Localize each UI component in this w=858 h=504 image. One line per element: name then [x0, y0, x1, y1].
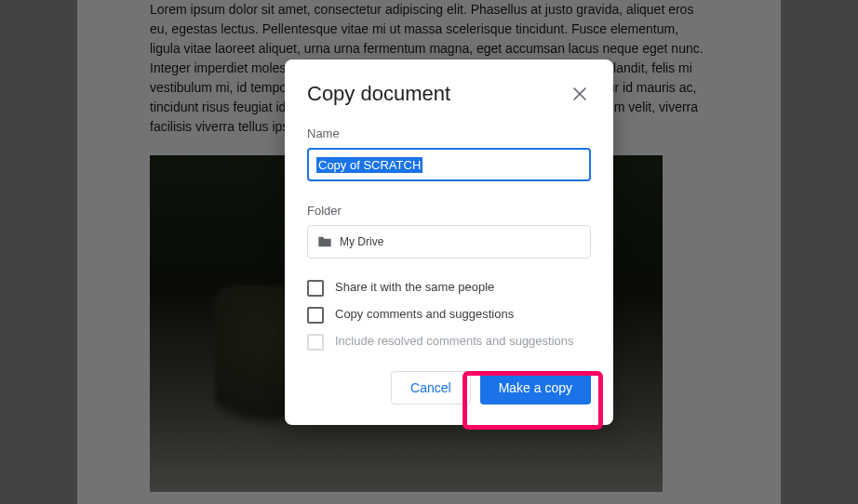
dialog-header: Copy document	[307, 82, 591, 106]
make-a-copy-button[interactable]: Make a copy	[480, 371, 591, 405]
checkbox-icon	[307, 280, 324, 297]
checkbox-group: Share it with the same people Copy comme…	[307, 279, 591, 351]
close-icon	[573, 87, 586, 100]
checkbox-label: Share it with the same people	[335, 279, 494, 296]
copy-document-dialog: Copy document Name Copy of SCRATCH Folde…	[285, 60, 613, 425]
close-button[interactable]	[569, 83, 591, 105]
checkbox-icon	[307, 334, 324, 351]
checkbox-icon	[307, 307, 324, 324]
name-input-value: Copy of SCRATCH	[316, 157, 422, 173]
name-label: Name	[307, 126, 591, 140]
checkbox-label: Include resolved comments and suggestion…	[335, 333, 574, 350]
folder-picker[interactable]: My Drive	[307, 225, 591, 259]
dialog-title: Copy document	[307, 82, 450, 106]
cancel-button[interactable]: Cancel	[391, 371, 471, 405]
folder-label: Folder	[307, 204, 591, 218]
checkbox-label: Copy comments and suggestions	[335, 306, 514, 323]
share-same-people-checkbox[interactable]: Share it with the same people	[307, 279, 591, 297]
name-input[interactable]: Copy of SCRATCH	[307, 148, 591, 181]
copy-comments-checkbox[interactable]: Copy comments and suggestions	[307, 306, 591, 324]
folder-value: My Drive	[340, 235, 383, 248]
dialog-button-row: Cancel Make a copy	[307, 371, 591, 405]
folder-icon	[317, 235, 332, 248]
include-resolved-checkbox: Include resolved comments and suggestion…	[307, 333, 591, 351]
